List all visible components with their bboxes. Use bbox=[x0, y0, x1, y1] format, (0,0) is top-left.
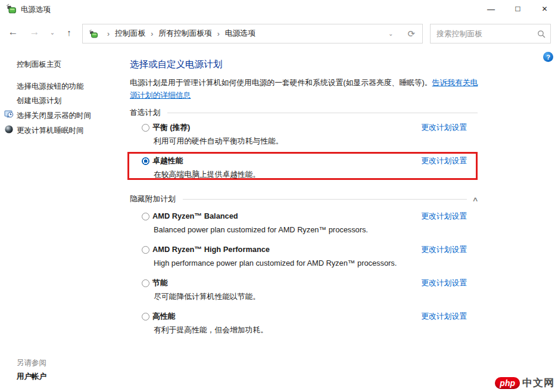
collapse-chevron-icon[interactable]: ∧ bbox=[472, 195, 478, 203]
change-plan-settings-link[interactable]: 更改计划设置 bbox=[421, 312, 467, 322]
plan-row-amd-high-performance: AMD Ryzen™ High Performance 更改计划设置 High … bbox=[130, 244, 478, 269]
breadcrumb-power-options[interactable]: 电源选项 bbox=[224, 29, 257, 39]
radio-high-performance[interactable] bbox=[142, 313, 149, 321]
plan-row-ultimate-performance: 卓越性能 更改计划设置 在较高端电脑上提供卓越性能。 bbox=[130, 155, 478, 180]
address-dropdown-chevron-icon[interactable]: ⌄ bbox=[380, 30, 401, 37]
plan-description: 利用可用的硬件自动平衡功耗与性能。 bbox=[154, 136, 478, 147]
navigation-bar: ← → ⌄ ↑ › 控制面板 › 所有控制面板项 › 电源选项 ⌄ ⟳ bbox=[0, 18, 558, 46]
section-preferred-plans: 首选计划 bbox=[130, 108, 478, 118]
page-title: 选择或自定义电源计划 bbox=[130, 58, 222, 71]
section-title: 隐藏附加计划 bbox=[130, 194, 176, 204]
breadcrumb-all-items[interactable]: 所有控制面板项 bbox=[157, 29, 213, 39]
search-box bbox=[430, 24, 551, 43]
change-plan-settings-link[interactable]: 更改计划设置 bbox=[421, 278, 467, 288]
intro-text: 电源计划是用于管理计算机如何使用电源的一套硬件和系统设置(如显示器亮度、睡眠等)… bbox=[130, 78, 432, 87]
radio-power-saver[interactable] bbox=[142, 279, 149, 287]
sidebar-item-power-buttons[interactable]: 选择电源按钮的功能 bbox=[17, 82, 84, 92]
address-bar[interactable]: › 控制面板 › 所有控制面板项 › 电源选项 ⌄ ⟳ bbox=[82, 24, 423, 43]
plan-row-amd-balanced: AMD Ryzen™ Balanced 更改计划设置 Balanced powe… bbox=[130, 211, 478, 235]
display-clock-icon bbox=[4, 110, 14, 119]
help-icon[interactable]: ? bbox=[543, 52, 553, 62]
search-icon[interactable] bbox=[532, 30, 550, 38]
php-cn-watermark: php 中文网 bbox=[495, 376, 554, 390]
radio-amd-balanced[interactable] bbox=[142, 213, 149, 220]
plan-row-high-performance: 高性能 更改计划设置 有利于提高性能，但会增加功耗。 bbox=[130, 311, 478, 335]
php-logo-badge: php bbox=[495, 377, 520, 389]
section-divider bbox=[167, 113, 478, 113]
plan-description: 有利于提高性能，但会增加功耗。 bbox=[154, 325, 478, 335]
refresh-icon[interactable]: ⟳ bbox=[401, 29, 416, 39]
plan-description: 在较高端电脑上提供卓越性能。 bbox=[154, 169, 478, 180]
sidebar-item-user-accounts[interactable]: 用户帐户 bbox=[17, 372, 46, 382]
power-options-icon bbox=[6, 4, 17, 14]
intro-paragraph: 电源计划是用于管理计算机如何使用电源的一套硬件和系统设置(如显示器亮度、睡眠等)… bbox=[130, 76, 478, 101]
window-title: 电源选项 bbox=[21, 5, 51, 15]
radio-balanced[interactable] bbox=[142, 124, 149, 132]
see-also-header: 另请参阅 bbox=[17, 358, 46, 368]
maximize-button[interactable]: ☐ bbox=[504, 0, 531, 18]
radio-ultimate-performance[interactable] bbox=[142, 157, 149, 165]
breadcrumb-separator: › bbox=[103, 30, 114, 38]
sidebar-item-control-panel-home[interactable]: 控制面板主页 bbox=[17, 60, 61, 70]
sidebar-item-sleep-time[interactable]: 更改计算机睡眠时间 bbox=[17, 126, 84, 136]
breadcrumb-control-panel[interactable]: 控制面板 bbox=[114, 29, 146, 39]
plan-description: High performance power plan customized f… bbox=[154, 258, 478, 269]
power-options-icon bbox=[89, 29, 98, 39]
change-plan-settings-link[interactable]: 更改计划设置 bbox=[421, 123, 467, 133]
plan-description: Balanced power plan customized for AMD R… bbox=[154, 225, 478, 235]
change-plan-settings-link[interactable]: 更改计划设置 bbox=[421, 156, 467, 166]
search-input[interactable] bbox=[431, 29, 532, 38]
back-button[interactable]: ← bbox=[6, 26, 20, 39]
up-button[interactable]: ↑ bbox=[62, 26, 76, 39]
plan-description: 尽可能降低计算机性能以节能。 bbox=[154, 291, 478, 302]
section-divider bbox=[183, 199, 467, 200]
sleep-icon bbox=[4, 125, 14, 134]
plan-row-power-saver: 节能 更改计划设置 尽可能降低计算机性能以节能。 bbox=[130, 278, 478, 302]
section-title: 首选计划 bbox=[130, 108, 160, 118]
change-plan-settings-link[interactable]: 更改计划设置 bbox=[421, 211, 467, 222]
recent-pages-chevron-icon[interactable]: ⌄ bbox=[48, 26, 57, 39]
minimize-button[interactable]: — bbox=[478, 0, 504, 18]
php-logo-text: 中文网 bbox=[522, 376, 554, 390]
breadcrumb-separator: › bbox=[146, 30, 157, 38]
breadcrumb-separator: › bbox=[213, 30, 224, 38]
section-hidden-plans: 隐藏附加计划 ∧ bbox=[130, 194, 478, 204]
forward-button[interactable]: → bbox=[27, 26, 42, 39]
close-button[interactable]: ✕ bbox=[531, 0, 558, 18]
sidebar-item-display-off-time[interactable]: 选择关闭显示器的时间 bbox=[17, 111, 91, 121]
change-plan-settings-link[interactable]: 更改计划设置 bbox=[421, 245, 467, 255]
plan-row-balanced: 平衡 (推荐) 更改计划设置 利用可用的硬件自动平衡功耗与性能。 bbox=[130, 122, 478, 147]
title-bar: 电源选项 — ☐ ✕ bbox=[0, 0, 558, 18]
radio-amd-high-performance[interactable] bbox=[142, 246, 149, 254]
sidebar-item-create-plan[interactable]: 创建电源计划 bbox=[17, 96, 61, 106]
